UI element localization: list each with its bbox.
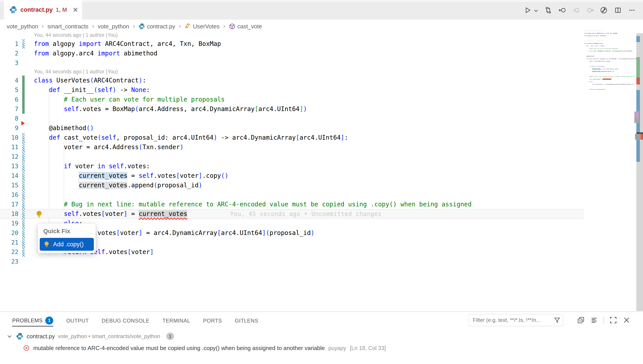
gutter[interactable] <box>19 48 34 58</box>
line-number[interactable]: 21 <box>0 238 19 247</box>
gutter-mod-indicator[interactable] <box>22 200 25 209</box>
panel-tab-problems[interactable]: PROBLEMS1 <box>12 315 53 326</box>
line-number[interactable]: 20 <box>0 228 19 238</box>
code-line-2[interactable]: 2from algopy.arc4 import abimethod <box>0 48 584 58</box>
problems-file-row[interactable]: contract.py vote_python • smart_contract… <box>0 331 174 342</box>
line-number[interactable]: 5 <box>0 85 19 95</box>
panel-tab-gitlens[interactable]: GITLENS <box>235 315 258 326</box>
line-number[interactable]: 11 <box>0 142 19 152</box>
breadcrumb-folder[interactable]: vote_python <box>7 23 38 30</box>
code-line-7[interactable]: 7 self.votes = BoxMap(arc4.Address, arc4… <box>0 104 584 114</box>
gutter[interactable] <box>19 123 34 133</box>
gutter[interactable] <box>19 85 34 95</box>
code-line-23[interactable]: 23 <box>0 257 584 266</box>
gutter[interactable] <box>19 218 34 228</box>
gutter[interactable] <box>19 247 34 257</box>
gutter-mod-indicator[interactable] <box>22 133 25 142</box>
gutter[interactable] <box>19 39 34 48</box>
line-number[interactable]: 17 <box>0 200 19 209</box>
problem-row[interactable]: mutable reference to ARC-4-encoded value… <box>0 342 386 354</box>
gutter[interactable] <box>19 238 34 247</box>
next-change-icon[interactable] <box>586 6 594 14</box>
code-line-12[interactable]: 12 <box>0 152 584 162</box>
code-line-15[interactable]: 15 current_votes.append(proposal_id) <box>0 180 584 190</box>
code-line-17[interactable]: 17 # Bug in next line: mutable reference… <box>0 200 584 209</box>
overview-ruler[interactable] <box>636 33 643 311</box>
code-line-5[interactable]: 5 def __init__(self) -> None: <box>0 85 584 95</box>
line-number[interactable]: 19 <box>0 218 19 228</box>
gutter-mod-indicator[interactable] <box>22 142 25 152</box>
code-line-8[interactable]: 8 <box>0 114 584 123</box>
minimap[interactable]: You, 44 seconds ago | 1 author (You)from… <box>584 30 636 105</box>
line-number[interactable]: 8 <box>0 114 19 123</box>
gutter-mod-indicator[interactable] <box>22 180 25 190</box>
code-line-1[interactable]: 1from algopy import ARC4Contract, arc4, … <box>0 39 584 48</box>
panel-tab-output[interactable]: OUTPUT <box>66 315 89 326</box>
gutter[interactable] <box>19 114 34 123</box>
breadcrumb-folder[interactable]: vote_python <box>98 23 129 30</box>
line-number[interactable]: 9 <box>0 123 19 133</box>
code-line-11[interactable]: 11 voter = arc4.Address(Txn.sender) <box>0 142 584 152</box>
gutter-add-indicator[interactable] <box>22 95 25 104</box>
line-number[interactable]: 2 <box>0 48 19 58</box>
code-line-6[interactable]: 6 # Each user can vote for multiple prop… <box>0 95 584 104</box>
code-line-18[interactable]: 18 self.votes[voter] = current_votesYou,… <box>0 209 584 218</box>
line-number[interactable]: 15 <box>0 180 19 190</box>
chevron-down-icon[interactable] <box>6 333 13 340</box>
more-actions-icon[interactable] <box>628 6 636 14</box>
breadcrumb-file[interactable]: contract.py <box>138 23 175 30</box>
gutter[interactable] <box>19 257 34 266</box>
gutter[interactable] <box>19 104 34 114</box>
gutter-add-indicator[interactable] <box>22 76 25 85</box>
line-number[interactable]: 22 <box>0 247 19 257</box>
code-line-10[interactable]: 10 def cast_vote(self, proposal_id: arc4… <box>0 133 584 142</box>
gutter-mod-indicator[interactable] <box>22 152 25 162</box>
line-number[interactable]: 1 <box>0 39 19 48</box>
gutter-mod-indicator[interactable] <box>22 162 25 171</box>
previous-change-icon[interactable] <box>572 6 580 14</box>
breadcrumb-class[interactable]: UserVotes <box>184 23 219 30</box>
gutter[interactable] <box>19 133 34 142</box>
split-editor-icon[interactable] <box>614 6 622 14</box>
gutter-mod-indicator[interactable] <box>22 228 25 238</box>
gutter[interactable] <box>19 58 34 68</box>
panel-tab-debug-console[interactable]: DEBUG CONSOLE <box>102 315 150 326</box>
gutter-mod-indicator[interactable] <box>22 218 25 228</box>
line-number[interactable]: 23 <box>0 257 19 266</box>
quick-fix-add-copy-action[interactable]: Add .copy() <box>40 238 94 251</box>
code-line-13[interactable]: 13 if voter in self.votes: <box>0 162 584 171</box>
gutter-add-indicator[interactable] <box>22 104 25 114</box>
breadcrumb-method[interactable]: cast_vote <box>229 23 262 30</box>
deleted-lines-marker[interactable] <box>21 121 25 126</box>
gutter-mod-indicator[interactable] <box>22 247 25 257</box>
code-line-3[interactable]: 3 <box>0 58 584 68</box>
line-number[interactable]: 3 <box>0 58 19 68</box>
lightbulb-icon[interactable] <box>35 210 43 218</box>
gutter[interactable] <box>19 142 34 152</box>
tab-contract-py[interactable]: contract.py 1, M <box>4 0 82 20</box>
gitlens-blame-annotation[interactable]: You, 44 seconds ago | 1 author (You) <box>0 68 584 76</box>
line-number[interactable]: 16 <box>0 190 19 200</box>
gutter[interactable] <box>19 200 34 209</box>
run-dropdown-chevron-icon[interactable] <box>533 8 539 13</box>
gutter[interactable] <box>19 180 34 190</box>
maximize-panel-icon[interactable] <box>609 316 617 324</box>
gutter[interactable] <box>19 209 34 218</box>
problems-filter-box[interactable] <box>469 314 563 326</box>
code-line-4[interactable]: 4class UserVotes(ARC4Contract): <box>0 76 584 85</box>
open-changes-icon[interactable] <box>544 6 552 14</box>
gutter-mod-indicator[interactable] <box>22 190 25 200</box>
gitlens-blame-annotation[interactable]: You, 44 seconds ago | 1 author (You) <box>0 33 584 39</box>
gutter-mod-indicator[interactable] <box>22 209 25 218</box>
code-line-14[interactable]: 14 current_votes = self.votes[voter].cop… <box>0 171 584 180</box>
gutter-mod-indicator[interactable] <box>22 238 25 247</box>
line-number[interactable]: 14 <box>0 171 19 180</box>
panel-tab-terminal[interactable]: TERMINAL <box>162 315 190 326</box>
line-number[interactable]: 7 <box>0 104 19 114</box>
view-as-table-icon[interactable] <box>590 316 598 324</box>
tab-close-icon[interactable] <box>72 7 79 13</box>
collapse-all-icon[interactable] <box>577 316 585 324</box>
gutter-add-indicator[interactable] <box>22 85 25 95</box>
gutter[interactable] <box>19 162 34 171</box>
line-number[interactable]: 10 <box>0 133 19 142</box>
